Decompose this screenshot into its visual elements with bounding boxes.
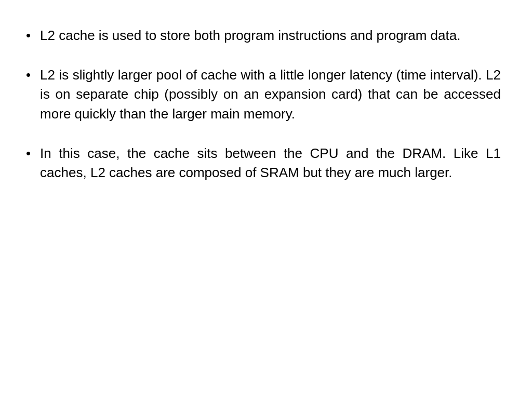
bullet-text: L2 is slightly larger pool of cache with… bbox=[40, 65, 501, 124]
bullet-point: • bbox=[26, 26, 31, 46]
bullet-text: L2 cache is used to store both program i… bbox=[40, 26, 501, 46]
bullet-text: In this case, the cache sits between the… bbox=[40, 144, 501, 183]
list-item: • L2 is slightly larger pool of cache wi… bbox=[26, 65, 501, 124]
list-item: • In this case, the cache sits between t… bbox=[26, 144, 501, 183]
bullet-point: • bbox=[26, 144, 31, 164]
bullet-list: • L2 cache is used to store both program… bbox=[26, 26, 501, 183]
bullet-point: • bbox=[26, 65, 31, 85]
main-content: • L2 cache is used to store both program… bbox=[26, 26, 501, 183]
list-item: • L2 cache is used to store both program… bbox=[26, 26, 501, 46]
